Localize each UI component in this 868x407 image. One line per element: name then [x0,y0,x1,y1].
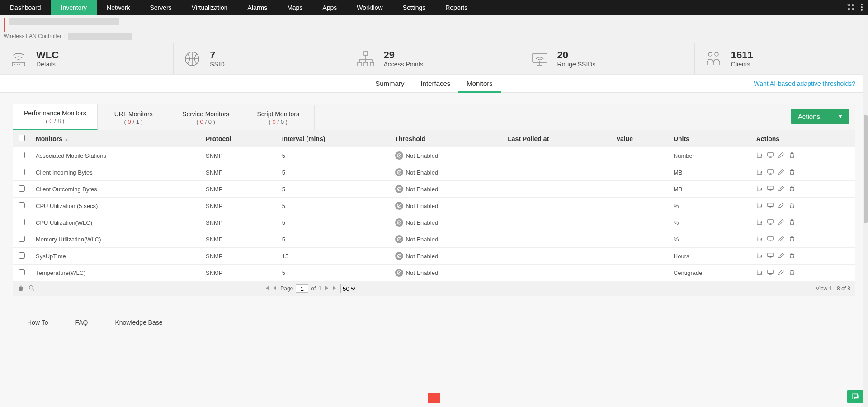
monitor-name[interactable]: Memory Utilization(WLC) [30,231,200,248]
column-interval-mins-[interactable]: Interval (mins) [277,130,390,147]
chart-icon[interactable] [756,152,763,160]
trash-icon[interactable] [789,185,795,193]
monitor-name[interactable]: Temperature(WLC) [30,265,200,281]
trash-icon[interactable] [789,236,795,243]
nav-item-inventory[interactable]: Inventory [51,0,97,15]
trash-icon[interactable] [789,219,795,227]
threshold-cell[interactable]: Not Enabled [395,185,497,193]
row-checkbox[interactable] [19,236,25,242]
chart-icon[interactable] [756,169,763,176]
threshold-cell[interactable]: Not Enabled [395,151,497,160]
chart-icon[interactable] [756,202,763,210]
column-last-polled-at[interactable]: Last Polled at [502,130,611,147]
stat-card-details[interactable]: WLCDetails [0,43,174,74]
tab-interfaces[interactable]: Interfaces [412,75,458,93]
stat-card-rouge-ssids[interactable]: 20Rouge SSIDs [521,43,695,74]
threshold-cell[interactable]: Not Enabled [395,235,497,243]
monitor-type-tab-script-monitors[interactable]: Script Monitors( 0 / 0 ) [242,105,315,130]
chart-icon[interactable] [756,219,763,227]
threshold-cell[interactable]: Not Enabled [395,202,497,210]
monitor-name[interactable]: Associated Mobile Stations [30,147,200,164]
page-input[interactable] [296,284,308,293]
prev-page-icon[interactable] [272,285,278,292]
select-all-checkbox[interactable] [19,135,25,141]
edit-icon[interactable] [778,236,784,243]
actions-button[interactable]: Actions ▾ [791,109,849,124]
column-monitors[interactable]: Monitors▲ [30,130,200,147]
row-checkbox[interactable] [19,202,25,208]
trash-icon[interactable] [789,169,795,176]
nav-item-virtualization[interactable]: Virtualization [182,0,238,15]
edit-icon[interactable] [778,219,784,227]
threshold-cell[interactable]: Not Enabled [395,168,497,176]
column-protocol[interactable]: Protocol [200,130,277,147]
ai-thresholds-link[interactable]: Want AI-based adaptive thresholds? [754,80,855,87]
column-threshold[interactable]: Threshold [390,130,503,147]
nav-item-servers[interactable]: Servers [140,0,181,15]
threshold-cell[interactable]: Not Enabled [395,269,497,277]
page-size-select[interactable]: 50 [340,284,357,293]
row-checkbox[interactable] [19,269,25,275]
monitor-type-tab-performance-monitors[interactable]: Performance Monitors( 0 / 8 ) [13,104,98,130]
next-page-icon[interactable] [324,285,330,292]
footer-link-faq[interactable]: FAQ [75,319,88,326]
chart-icon[interactable] [756,185,763,193]
monitor-icon[interactable] [767,185,774,193]
nav-item-maps[interactable]: Maps [277,0,312,15]
nav-item-dashboard[interactable]: Dashboard [0,0,51,15]
row-checkbox[interactable] [19,152,25,158]
row-checkbox[interactable] [19,252,25,259]
monitor-name[interactable]: Client Outcoming Bytes [30,181,200,198]
kebab-icon[interactable] [861,4,863,12]
monitor-icon[interactable] [767,219,774,227]
row-checkbox[interactable] [19,185,25,192]
monitor-type-tab-service-monitors[interactable]: Service Monitors( 0 / 0 ) [170,105,242,130]
footer-link-knowledge-base[interactable]: Knowledge Base [115,319,162,326]
stat-card-access-points[interactable]: 29Access Points [347,43,521,74]
delete-icon[interactable] [18,285,24,293]
edit-icon[interactable] [778,202,784,210]
monitor-icon[interactable] [767,202,774,210]
tab-summary[interactable]: Summary [367,75,412,93]
trash-icon[interactable] [789,152,795,160]
first-page-icon[interactable] [264,285,269,292]
monitor-name[interactable]: CPU Utilization (5 secs) [30,198,200,214]
trash-icon[interactable] [789,269,795,277]
monitor-name[interactable]: CPU Utilization(WLC) [30,214,200,231]
row-checkbox[interactable] [19,219,25,225]
monitor-name[interactable]: SysUpTime [30,248,200,265]
monitor-icon[interactable] [767,152,774,160]
monitor-icon[interactable] [767,236,774,243]
vertical-scrollbar[interactable] [863,15,868,338]
nav-item-alarms[interactable]: Alarms [238,0,278,15]
nav-item-apps[interactable]: Apps [312,0,347,15]
edit-icon[interactable] [778,269,784,277]
chart-icon[interactable] [756,252,763,260]
edit-icon[interactable] [778,252,784,260]
stat-card-ssid[interactable]: 7SSID [174,43,347,74]
column-units[interactable]: Units [668,130,751,147]
tab-monitors[interactable]: Monitors [458,75,501,93]
edit-icon[interactable] [778,169,784,176]
monitor-icon[interactable] [767,269,774,277]
collapse-icon[interactable] [847,4,854,12]
column-actions[interactable]: Actions [751,130,855,147]
edit-icon[interactable] [778,185,784,193]
stat-card-clients[interactable]: 1611Clients [695,43,868,74]
nav-item-settings[interactable]: Settings [393,0,436,15]
search-icon[interactable] [28,285,35,293]
monitor-type-tab-url-monitors[interactable]: URL Monitors( 0 / 1 ) [98,105,170,130]
threshold-cell[interactable]: Not Enabled [395,252,497,260]
chart-icon[interactable] [756,269,763,277]
footer-link-how-to[interactable]: How To [27,319,48,326]
last-page-icon[interactable] [332,285,338,292]
nav-item-reports[interactable]: Reports [435,0,477,15]
trash-icon[interactable] [789,202,795,210]
monitor-icon[interactable] [767,169,774,176]
column-value[interactable]: Value [611,130,668,147]
monitor-name[interactable]: Client Incoming Bytes [30,164,200,181]
edit-icon[interactable] [778,152,784,160]
chart-icon[interactable] [756,236,763,243]
nav-item-workflow[interactable]: Workflow [347,0,392,15]
threshold-cell[interactable]: Not Enabled [395,218,497,227]
